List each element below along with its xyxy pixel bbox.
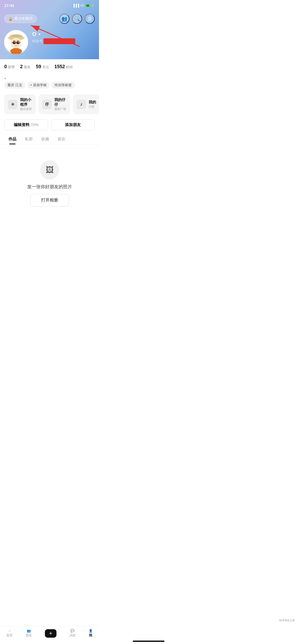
following-num: 59 (36, 64, 41, 70)
empty-text: 发一张你好朋友的照片 (27, 184, 72, 190)
zaizai-text: 我的仔仔 朋友广场 (54, 98, 67, 111)
teen-mode-button[interactable]: 🔒 青少年模式 (4, 15, 37, 23)
mini-programs-card[interactable]: ✳ 我的小程序 最近使用 (4, 94, 36, 114)
username: O (32, 31, 36, 37)
tags-row: 重庆·江北 + 添加学校 性别等标签 (4, 82, 95, 89)
search-button[interactable]: 🔍 (72, 14, 82, 24)
avatar-container[interactable] (4, 30, 28, 54)
status-time: 17:41 (4, 3, 14, 8)
tab-likes-label: 喜欢 (58, 137, 65, 141)
friends-icon: 👥 (62, 16, 67, 22)
douyin-id-label: 抖音号 (32, 39, 43, 44)
friends-label: 朋友 (24, 65, 31, 70)
empty-state: 🖼 发一张你好朋友的照片 打开相册 (0, 145, 99, 217)
tab-favorites[interactable]: 收藏 (37, 134, 53, 144)
zaizai-title: 我的仔仔 (54, 98, 67, 107)
open-album-label: 打开相册 (41, 198, 58, 202)
add-school-tag[interactable]: + 添加学校 (27, 82, 49, 89)
svg-point-7 (14, 42, 15, 43)
tab-likes[interactable]: 喜欢 (53, 134, 70, 144)
battery-icon: ⚡ (91, 4, 95, 7)
network-type: 4G (80, 4, 84, 7)
svg-point-3 (10, 34, 22, 38)
music-sub: 已收 (89, 105, 96, 109)
avatar[interactable] (4, 30, 28, 54)
tab-favorites-label: 收藏 (41, 137, 49, 141)
teen-mode-label: 青少年模式 (14, 16, 33, 21)
mini-program-title: 我的小程序 (20, 98, 32, 107)
tab-private-label: 私密 (25, 137, 33, 141)
mini-program-text: 我的小程序 最近使用 (20, 98, 32, 111)
stat-following[interactable]: 59 关注 (36, 64, 49, 70)
empty-icon-wrap: 🖼 (40, 160, 59, 180)
likes-label: 获赞 (8, 65, 15, 70)
zaizai-icon: 仔 (42, 100, 52, 109)
status-bar: 17:41 ▐▐▐ 4G 43 ⚡ (0, 0, 99, 9)
following-label: 关注 (42, 65, 49, 70)
search-icon: 🔍 (74, 16, 80, 22)
friends-num: 2 (20, 64, 23, 70)
profile-percent: 70% (31, 122, 39, 127)
feature-cards: ✳ 我的小程序 最近使用 仔 我的仔仔 朋友广场 ♪ 我的 已收 (0, 91, 99, 117)
username-row: O ▼ (32, 31, 95, 37)
teen-mode-icon: 🔒 (8, 17, 13, 21)
followers-label: 粉丝 (66, 65, 73, 70)
svg-line-12 (12, 42, 13, 43)
menu-icon: ☰ (88, 16, 92, 22)
music-card[interactable]: ♪ 我的 已收 (73, 94, 99, 114)
open-album-button[interactable]: 打开相册 (30, 194, 69, 206)
tab-works-label: 作品 (8, 137, 16, 141)
gender-tag[interactable]: 性别等标签 (51, 82, 75, 89)
tab-private[interactable]: 私密 (21, 134, 37, 144)
zaizai-sub: 朋友广场 (54, 107, 67, 111)
add-friend-button[interactable]: 添加朋友 (51, 119, 95, 130)
douyin-id-row: 抖音号 (32, 38, 95, 44)
status-icons: ▐▐▐ 4G 43 ⚡ (72, 4, 95, 7)
redacted-id (44, 38, 75, 44)
stats-section: 0 获赞 2 朋友 59 关注 1552 粉丝 (0, 59, 99, 73)
stat-friends[interactable]: 2 朋友 (20, 64, 31, 70)
action-buttons: 编辑资料 70% 添加朋友 (0, 117, 99, 134)
svg-point-8 (18, 42, 19, 43)
music-title: 我的 (89, 100, 96, 105)
mini-program-sub: 最近使用 (20, 107, 32, 111)
mini-program-icon: ✳ (8, 100, 17, 109)
menu-button[interactable]: ☰ (85, 14, 95, 24)
battery-badge: 43 (86, 4, 90, 7)
bio-dot: 。 (4, 74, 95, 80)
profile-section: O ▼ 抖音号 (0, 30, 99, 54)
bio-section: 。 重庆·江北 + 添加学校 性别等标签 (0, 73, 99, 91)
tabs-section: 作品 私密 收藏 喜欢 (0, 134, 99, 145)
music-icon: ♪ (77, 100, 86, 109)
empty-icon: 🖼 (46, 165, 54, 174)
likes-num: 0 (4, 64, 7, 70)
profile-info: O ▼ 抖音号 (32, 30, 95, 44)
signal-icon: ▐▐▐ (72, 4, 79, 7)
stat-likes[interactable]: 0 获赞 (4, 64, 15, 70)
dropdown-icon[interactable]: ▼ (38, 33, 41, 36)
add-friend-label: 添加朋友 (65, 122, 81, 127)
stat-followers[interactable]: 1552 粉丝 (54, 64, 73, 70)
friends-button[interactable]: 👥 (59, 14, 69, 24)
svg-line-13 (20, 42, 21, 43)
edit-profile-button[interactable]: 编辑资料 70% (4, 119, 48, 130)
music-text: 我的 已收 (89, 100, 96, 109)
nav-icons: 👥 🔍 ☰ (59, 14, 95, 24)
location-tag[interactable]: 重庆·江北 (4, 82, 25, 89)
svg-point-4 (11, 38, 21, 49)
followers-num: 1552 (54, 64, 65, 70)
top-nav: 🔒 青少年模式 👥 🔍 ☰ (0, 12, 99, 26)
tab-works[interactable]: 作品 (4, 134, 21, 144)
zaizai-card[interactable]: 仔 我的仔仔 朋友广场 (39, 94, 70, 114)
